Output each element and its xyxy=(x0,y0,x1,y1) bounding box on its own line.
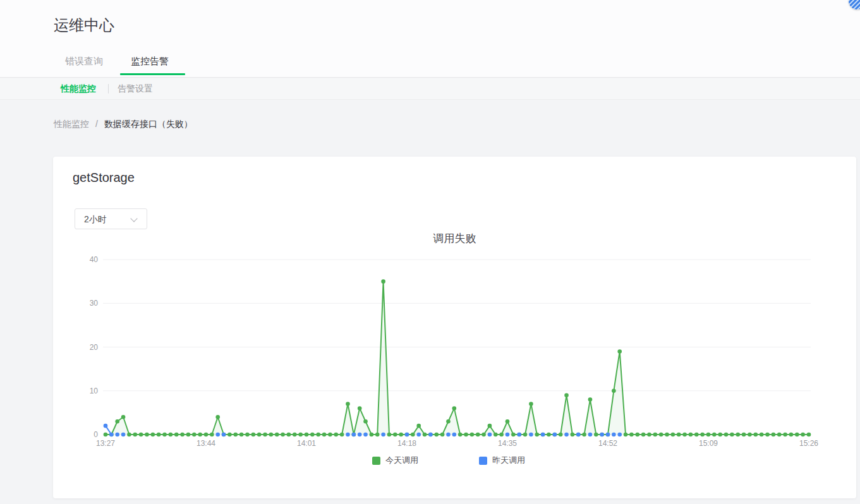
time-range-select[interactable]: 2小时 xyxy=(75,208,147,229)
tab-error-query[interactable]: 错误查询 xyxy=(65,56,103,68)
chevron-down-icon xyxy=(130,215,137,222)
chart-title: 调用失败 xyxy=(53,231,856,246)
subtab-bar: 性能监控 告警设置 xyxy=(0,78,860,100)
api-name-title: getStorage xyxy=(73,171,135,185)
subtab-alert-settings[interactable]: 告警设置 xyxy=(118,83,153,95)
legend-swatch-yesterday xyxy=(479,457,487,465)
svg-text:13:27: 13:27 xyxy=(96,439,115,448)
svg-text:20: 20 xyxy=(90,343,99,352)
svg-text:15:26: 15:26 xyxy=(799,439,818,448)
today-area xyxy=(106,282,809,435)
subtab-divider xyxy=(108,84,109,93)
x-axis-labels: 13:2713:4414:0114:1814:3514:5215:0915:26 xyxy=(96,439,818,448)
chart-legend: 今天调用 昨天调用 xyxy=(63,455,834,466)
svg-text:14:18: 14:18 xyxy=(397,439,416,448)
svg-text:10: 10 xyxy=(90,387,99,395)
legend-label-yesterday: 昨天调用 xyxy=(492,455,525,466)
svg-text:0: 0 xyxy=(94,430,98,439)
legend-item-today[interactable]: 今天调用 xyxy=(372,455,418,466)
gridlines xyxy=(103,260,811,435)
svg-text:40: 40 xyxy=(90,255,99,264)
breadcrumb-current: 数据缓存接口（失败） xyxy=(104,119,193,129)
subtab-performance-monitor[interactable]: 性能监控 xyxy=(61,83,96,95)
legend-label-today: 今天调用 xyxy=(385,455,418,466)
today-points[interactable] xyxy=(104,279,811,436)
svg-text:14:01: 14:01 xyxy=(297,439,316,448)
legend-swatch-today xyxy=(372,457,380,465)
tab-monitor-alert[interactable]: 监控告警 xyxy=(131,56,169,68)
svg-text:15:09: 15:09 xyxy=(699,439,718,448)
line-chart: 01020304013:2713:4414:0114:1814:3514:521… xyxy=(63,251,834,450)
svg-text:14:35: 14:35 xyxy=(498,439,517,448)
today-line xyxy=(106,282,809,435)
y-axis-labels: 010203040 xyxy=(90,255,99,439)
svg-text:13:44: 13:44 xyxy=(197,439,215,448)
chart-card: getStorage 2小时 调用失败 01020304013:2713:441… xyxy=(53,157,856,498)
breadcrumb-separator: / xyxy=(95,119,98,129)
legend-item-yesterday[interactable]: 昨天调用 xyxy=(479,455,525,466)
svg-text:30: 30 xyxy=(90,299,99,308)
breadcrumb: 性能监控 / 数据缓存接口（失败） xyxy=(54,119,193,130)
svg-text:14:52: 14:52 xyxy=(598,439,617,448)
active-tab-underline xyxy=(120,73,185,75)
page-header: 运维中心 错误查询 监控告警 xyxy=(0,0,860,78)
page-title: 运维中心 xyxy=(54,15,114,35)
time-range-value: 2小时 xyxy=(84,214,107,225)
chart-svg: 01020304013:2713:4414:0114:1814:3514:521… xyxy=(63,251,834,450)
breadcrumb-parent[interactable]: 性能监控 xyxy=(54,119,89,129)
